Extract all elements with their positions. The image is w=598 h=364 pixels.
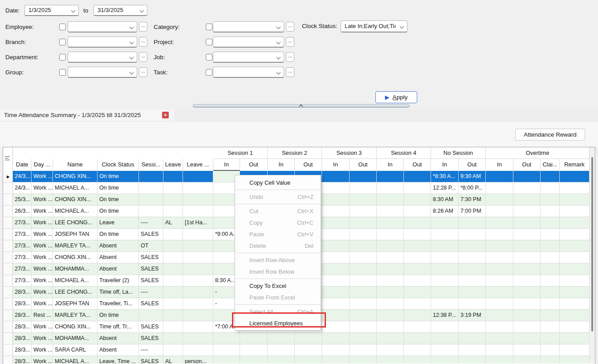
table-cell[interactable] [322,217,350,229]
table-cell[interactable] [377,217,404,229]
table-cell[interactable] [541,182,560,194]
row-header-cell[interactable] [3,217,13,229]
table-cell[interactable]: CHONG XIN... [53,171,98,182]
table-cell[interactable]: 27/3... [13,252,32,263]
filter-combobox[interactable] [213,67,284,78]
table-cell[interactable] [213,333,240,344]
table-cell[interactable] [377,321,404,333]
table-cell[interactable] [486,275,513,287]
table-cell[interactable] [560,194,590,206]
table-cell[interactable] [459,333,486,344]
ellipsis-button[interactable]: ... [139,52,147,62]
table-cell[interactable]: ---- [139,217,163,229]
table-cell[interactable] [486,298,513,310]
table-cell[interactable] [541,344,560,356]
table-cell[interactable]: SALES [139,321,163,333]
table-cell[interactable] [560,240,590,252]
table-cell[interactable]: *8:30 A... [431,171,459,182]
filter-combobox[interactable] [68,21,137,32]
row-header-cell[interactable] [3,298,13,310]
table-cell[interactable]: On time [98,310,139,321]
table-cell[interactable] [404,206,431,217]
table-cell[interactable] [183,275,213,287]
table-cell[interactable] [404,252,431,263]
table-cell[interactable] [183,240,213,252]
table-cell[interactable] [560,321,590,333]
table-cell[interactable] [404,240,431,252]
table-cell[interactable] [404,287,431,298]
table-cell[interactable]: On time [98,206,139,217]
table-cell[interactable] [560,229,590,240]
table-cell[interactable] [541,240,560,252]
column-header-in[interactable]: In [213,159,240,171]
table-cell[interactable] [404,333,431,344]
table-cell[interactable] [350,310,377,321]
table-cell[interactable]: 7:00 PM [459,206,486,217]
row-header-cell[interactable] [3,206,13,217]
table-cell[interactable] [486,217,513,229]
table-cell[interactable] [513,182,541,194]
table-cell[interactable] [404,298,431,310]
table-cell[interactable] [513,333,541,344]
ellipsis-button[interactable]: ... [286,67,294,77]
column-header-clockstatus[interactable]: Clock Status [98,159,139,171]
tab-close-icon[interactable]: × [162,112,169,118]
table-cell[interactable] [163,333,183,344]
vertical-scrollbar[interactable] [590,147,595,364]
table-cell[interactable] [295,356,322,364]
table-cell[interactable]: Work ... [32,206,53,217]
table-cell[interactable] [486,171,513,182]
table-cell[interactable] [560,298,590,310]
table-cell[interactable] [513,356,541,364]
table-cell[interactable] [486,206,513,217]
table-cell[interactable] [404,321,431,333]
table-cell[interactable] [560,217,590,229]
row-header-cell[interactable] [3,344,13,356]
table-cell[interactable] [513,229,541,240]
row-header-cell[interactable] [3,333,13,344]
filter-combobox[interactable] [213,36,284,48]
table-cell[interactable]: MICHAEL A... [53,206,98,217]
table-cell[interactable] [139,206,163,217]
table-cell[interactable]: 24/3... [13,171,32,182]
table-cell[interactable]: 24/3... [13,182,32,194]
column-header-remark[interactable]: Remark [560,159,590,171]
table-cell[interactable] [459,217,486,229]
apply-button[interactable]: ▶ Apply [375,91,417,103]
table-cell[interactable] [459,263,486,275]
table-cell[interactable] [163,287,183,298]
table-cell[interactable]: Work ... [32,321,53,333]
table-cell[interactable] [486,194,513,206]
table-cell[interactable] [431,287,459,298]
table-cell[interactable] [513,240,541,252]
table-cell[interactable] [486,263,513,275]
table-cell[interactable] [322,287,350,298]
table-cell[interactable] [350,356,377,364]
table-cell[interactable] [322,240,350,252]
row-header-cell[interactable] [3,287,13,298]
table-cell[interactable] [431,263,459,275]
table-cell[interactable] [459,275,486,287]
table-cell[interactable] [322,344,350,356]
table-cell[interactable]: Absent [98,263,139,275]
table-cell[interactable] [541,321,560,333]
table-cell[interactable]: On time [98,229,139,240]
table-cell[interactable] [322,321,350,333]
table-cell[interactable] [163,252,183,263]
table-cell[interactable] [183,333,213,344]
table-cell[interactable] [183,182,213,194]
column-header-clai[interactable]: Clai... [541,159,560,171]
table-cell[interactable] [377,333,404,344]
table-cell[interactable]: CHONG XIN... [53,252,98,263]
table-cell[interactable] [377,206,404,217]
table-cell[interactable] [560,287,590,298]
table-cell[interactable] [560,275,590,287]
row-header-cell[interactable] [3,321,13,333]
ellipsis-button[interactable]: ... [286,22,294,32]
table-cell[interactable]: Work ... [32,240,53,252]
table-cell[interactable]: person... [183,356,213,364]
table-cell[interactable]: 27/3... [13,229,32,240]
table-cell[interactable] [431,217,459,229]
table-cell[interactable] [513,344,541,356]
table-cell[interactable] [240,333,268,344]
